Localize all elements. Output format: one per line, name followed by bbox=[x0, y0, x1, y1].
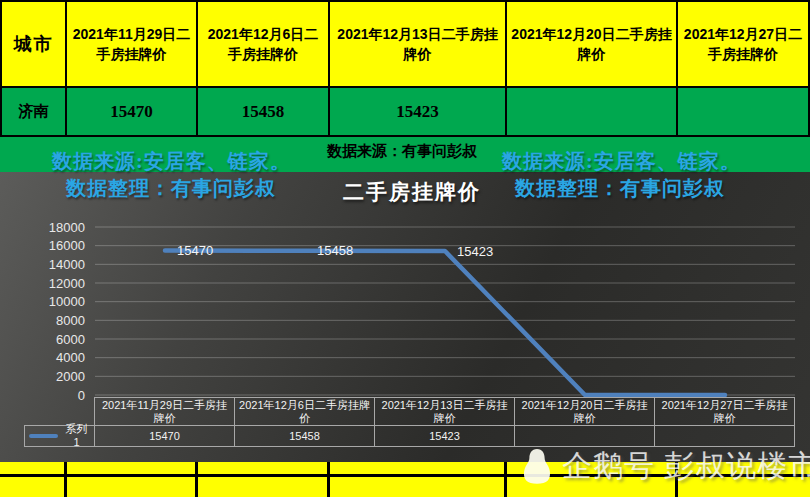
y-axis-tick-label: 6000 bbox=[56, 332, 85, 347]
table-header-city: 城市 bbox=[2, 2, 67, 88]
brand-label: 企鹅号 彭叔说楼市 bbox=[562, 446, 810, 487]
chart-table-value-cell: 15470 bbox=[94, 425, 235, 447]
watermark-source-left: 数据来源:安居客、链家。 bbox=[52, 148, 291, 175]
data-label: 15458 bbox=[317, 243, 353, 258]
chart-table-category-cell: 2021年11月29日二手房挂牌价 bbox=[94, 397, 235, 426]
chart-table-category-cell: 2021年12月27日二手房挂牌价 bbox=[654, 397, 795, 426]
table-cell-price-2: 15458 bbox=[198, 88, 330, 135]
table-header-date-1: 2021年11月29日二手房挂牌价 bbox=[67, 2, 198, 88]
chart-table-spacer bbox=[25, 397, 95, 426]
footer-cell bbox=[67, 462, 198, 477]
y-axis-tick-label: 16000 bbox=[49, 238, 85, 253]
y-axis-tick-label: 8000 bbox=[56, 313, 85, 328]
table-header-date-3: 2021年12月13日二手房挂牌价 bbox=[330, 2, 507, 88]
table-cell-city: 济南 bbox=[2, 88, 67, 135]
chart-title: 二手房挂牌价 bbox=[343, 178, 481, 206]
line-chart: 0200040006000800010000120001400016000180… bbox=[0, 172, 810, 462]
y-axis-tick-label: 14000 bbox=[49, 257, 85, 272]
footer-cell bbox=[330, 462, 507, 477]
chart-table-value-cell: 15423 bbox=[374, 425, 515, 447]
watermark-curator-right: 数据整理：有事问彭叔 bbox=[515, 175, 725, 202]
data-label: 15470 bbox=[177, 243, 213, 258]
data-label: 15423 bbox=[457, 244, 493, 259]
table-header-date-2: 2021年12月6日二手房挂牌价 bbox=[198, 2, 330, 88]
footer-cell bbox=[0, 462, 67, 477]
chart-table-category-cell: 2021年12月20日二手房挂牌价 bbox=[514, 397, 655, 426]
chart-data-table: 2021年11月29日二手房挂牌价2021年12月6日二手房挂牌价2021年12… bbox=[25, 397, 795, 447]
brand-watermark: 企鹅号 彭叔说楼市 bbox=[522, 446, 810, 487]
chart-table-value-row: 系列1154701545815423 bbox=[25, 426, 795, 447]
qq-penguin-icon bbox=[522, 448, 552, 485]
footer-cell bbox=[198, 462, 330, 477]
y-axis-tick-label: 12000 bbox=[49, 276, 85, 291]
footer-cell bbox=[0, 477, 67, 497]
table-header-date-5: 2021年12月27日二手房挂牌价 bbox=[678, 2, 808, 88]
footer-cell bbox=[198, 477, 330, 497]
chart-table-category-cell: 2021年12月13日二手房挂牌价 bbox=[374, 397, 515, 426]
footer-cell bbox=[330, 477, 507, 497]
y-axis-tick-label: 10000 bbox=[49, 294, 85, 309]
watermark-curator-left: 数据整理：有事问彭叔 bbox=[66, 175, 276, 202]
table-cell-price-3: 15423 bbox=[330, 88, 507, 135]
chart-table-header-row: 2021年11月29日二手房挂牌价2021年12月6日二手房挂牌价2021年12… bbox=[25, 397, 795, 426]
y-axis-tick-label: 4000 bbox=[56, 350, 85, 365]
watermark-source-right: 数据来源:安居客、链家。 bbox=[502, 148, 741, 175]
table-cell-price-1: 15470 bbox=[67, 88, 198, 135]
table-cell-price-5 bbox=[678, 88, 808, 135]
table-header-date-4: 2021年12月20日二手房挂牌价 bbox=[507, 2, 678, 88]
y-axis-tick-label: 18000 bbox=[49, 220, 85, 235]
chart-table-category-cell: 2021年12月6日二手房挂牌价 bbox=[234, 397, 375, 426]
chart-table-value-cell: 15458 bbox=[234, 425, 375, 447]
price-line-series1 bbox=[165, 251, 725, 395]
footer-cell bbox=[67, 477, 198, 497]
infographic-canvas: 城市 2021年11月29日二手房挂牌价 2021年12月6日二手房挂牌价 20… bbox=[0, 0, 810, 497]
legend-line-marker bbox=[29, 434, 58, 438]
chart-legend-cell: 系列1 bbox=[24, 425, 95, 447]
chart-table-value-cell bbox=[654, 425, 795, 447]
legend-series-label: 系列1 bbox=[63, 423, 90, 449]
watermark-source-center: 数据来源：有事问彭叔 bbox=[327, 142, 477, 161]
table-cell-price-4 bbox=[507, 88, 678, 135]
price-table: 城市 2021年11月29日二手房挂牌价 2021年12月6日二手房挂牌价 20… bbox=[0, 0, 810, 137]
y-axis-tick-label: 2000 bbox=[56, 369, 85, 384]
chart-table-value-cell bbox=[514, 425, 655, 447]
